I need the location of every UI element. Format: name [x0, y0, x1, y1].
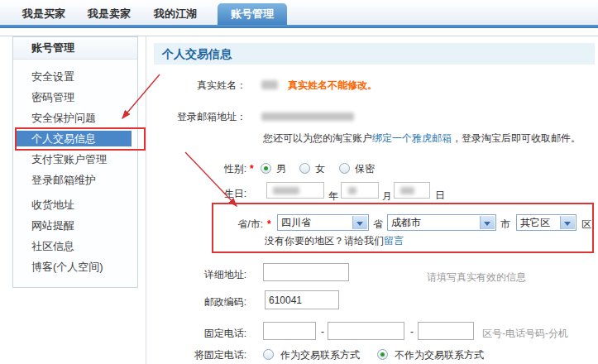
region-label: 省/市:: [154, 218, 263, 232]
region-note-pre: 没有你要的地区？请给我们: [265, 235, 384, 247]
district-select[interactable]: 其它区: [516, 214, 576, 231]
chevron-down-icon[interactable]: [480, 216, 495, 229]
tab-bar-underline: [0, 25, 598, 28]
sidebar-item-shipping-address[interactable]: 收货地址: [13, 194, 137, 215]
email-helper: 您还可以为您的淘宝账户绑定一个雅虎邮箱，登录淘宝后即可收取邮件。: [263, 132, 581, 146]
page-title: 个人交易信息: [154, 43, 595, 65]
region-required-asterisk: *: [267, 218, 271, 230]
gender-female-label: 女: [315, 162, 325, 176]
real-name-label: 真实姓名：: [154, 79, 246, 93]
city-suffix: 市: [500, 218, 510, 232]
birthday-month-unit: 月: [382, 189, 392, 204]
gender-male-radio[interactable]: [261, 163, 271, 174]
postcode-label: 邮政编码:: [154, 295, 246, 309]
phone-hint: 区号-电话号码-分机: [482, 327, 568, 341]
real-name-redacted-value: [261, 80, 278, 89]
phone-label: 固定电话:: [154, 327, 246, 341]
sidebar: 账号管理 安全设置 密码管理 安全保护问题 个人交易信息 支付宝账户管理 登录邮…: [12, 36, 138, 288]
chevron-down-icon[interactable]: [560, 216, 575, 229]
district-selected-value: 其它区: [520, 217, 550, 228]
gender-required-asterisk: *: [250, 163, 254, 175]
birthday-year-unit: 年: [328, 189, 338, 204]
sidebar-item-password[interactable]: 密码管理: [13, 87, 137, 108]
district-suffix: 区: [581, 218, 591, 232]
sidebar-item-login-email[interactable]: 登录邮箱维护: [13, 170, 137, 190]
sidebar-item-community-info[interactable]: 社区信息: [13, 236, 137, 256]
sidebar-item-blog[interactable]: 博客(个人空间): [13, 256, 137, 277]
birthday-label: 生日:: [154, 187, 246, 201]
gender-secret-radio[interactable]: [339, 163, 350, 174]
sidebar-list: 安全设置 密码管理 安全保护问题 个人交易信息 支付宝账户管理 登录邮箱维护 收…: [13, 60, 137, 277]
phone-use-label: 将固定电话:: [149, 348, 246, 362]
phone-use-as-contact-label: 作为交易联系方式: [280, 348, 360, 362]
phone-not-as-contact-label: 不作为交易联系方式: [395, 348, 484, 362]
tab-seller[interactable]: 我是卖家: [88, 7, 131, 22]
tab-buyer[interactable]: 我是买家: [22, 7, 65, 22]
real-name-note: 真实姓名不能修改。: [288, 79, 377, 93]
phone-separator-1: -: [321, 326, 324, 338]
tab-account-management[interactable]: 账号管理: [218, 3, 287, 25]
province-selected-value: 四川省: [281, 217, 311, 228]
email-helper-post: ，登录淘宝后即可收取邮件。: [452, 132, 581, 144]
city-selected-value: 成都市: [391, 217, 421, 228]
gender-male-label: 男: [276, 162, 286, 176]
sidebar-header: 账号管理: [13, 37, 137, 60]
bind-yahoo-mail-link[interactable]: 绑定一个雅虎邮箱: [372, 132, 452, 144]
sidebar-item-security-settings[interactable]: 安全设置: [13, 66, 137, 87]
tab-jianghu[interactable]: 我的江湖: [154, 7, 197, 22]
birthday-month-redacted: [348, 187, 356, 194]
birthday-day-redacted: [400, 187, 414, 194]
region-note: 没有你要的地区？请给我们留言: [265, 234, 404, 248]
phone-not-as-contact-radio[interactable]: [377, 349, 388, 360]
phone-separator-2: -: [410, 326, 414, 338]
sidebar-item-security-questions[interactable]: 安全保护问题: [13, 108, 137, 128]
phone-area-code-input[interactable]: [263, 322, 316, 340]
gender-label: 性别:: [154, 162, 246, 176]
address-hint: 请填写真实有效的信息: [427, 271, 526, 285]
gender-female-radio[interactable]: [299, 163, 310, 174]
top-tab-bar: 我是买家 我是卖家 我的江湖 账号管理: [0, 0, 598, 25]
email-label: 登录邮箱地址：: [154, 110, 246, 124]
chevron-down-icon[interactable]: [352, 216, 367, 229]
birthday-day-unit: 日: [435, 189, 445, 203]
province-select[interactable]: 四川省: [277, 214, 369, 231]
phone-use-as-contact-radio[interactable]: [263, 349, 274, 360]
address-input[interactable]: [263, 263, 349, 281]
sidebar-item-site-alerts[interactable]: 网站提醒: [13, 215, 137, 236]
email-helper-pre: 您还可以为您的淘宝账户: [263, 132, 372, 144]
sidebar-item-alipay-account[interactable]: 支付宝账户管理: [13, 149, 137, 170]
address-label: 详细地址:: [154, 268, 246, 282]
city-select[interactable]: 成都市: [387, 214, 496, 231]
sidebar-item-personal-trade-info[interactable]: 个人交易信息: [17, 131, 132, 146]
phone-extension-input[interactable]: [418, 322, 474, 340]
province-suffix: 省: [373, 218, 383, 232]
sidebar-content-divider: [146, 36, 146, 364]
postcode-input[interactable]: [265, 290, 339, 309]
gender-secret-label: 保密: [355, 162, 375, 176]
email-redacted-value: [261, 113, 354, 121]
phone-number-input[interactable]: [328, 322, 404, 340]
leave-message-link[interactable]: 留言: [384, 235, 404, 247]
birthday-year-redacted: [273, 187, 299, 194]
birthday-month-input[interactable]: [341, 182, 379, 199]
